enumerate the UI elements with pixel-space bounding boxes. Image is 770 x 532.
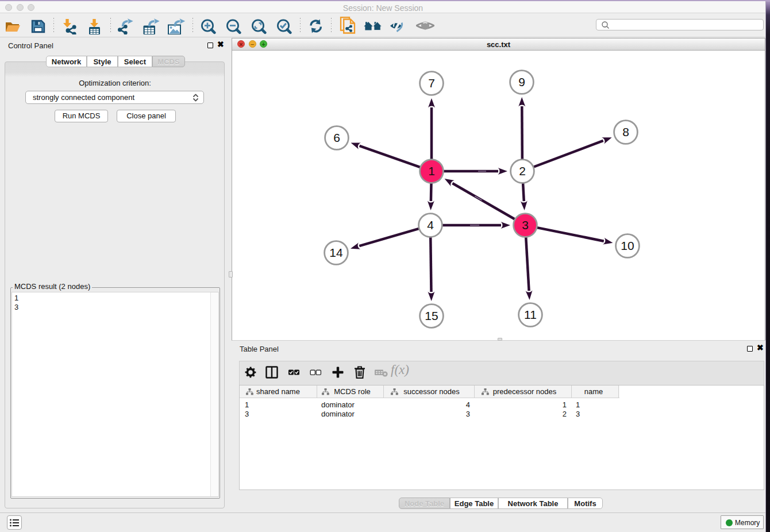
svg-text:11: 11 — [524, 308, 537, 321]
svg-text:9: 9 — [518, 75, 525, 88]
svg-text:6: 6 — [333, 131, 340, 144]
svg-text:1: 1 — [428, 164, 435, 178]
svg-text:4: 4 — [427, 218, 434, 232]
svg-text:8: 8 — [622, 125, 629, 138]
svg-text:2: 2 — [519, 164, 526, 178]
svg-text:15: 15 — [425, 309, 438, 322]
svg-text:3: 3 — [522, 218, 529, 232]
svg-text:7: 7 — [428, 76, 435, 90]
svg-text:10: 10 — [621, 239, 634, 252]
svg-text:14: 14 — [329, 246, 343, 259]
